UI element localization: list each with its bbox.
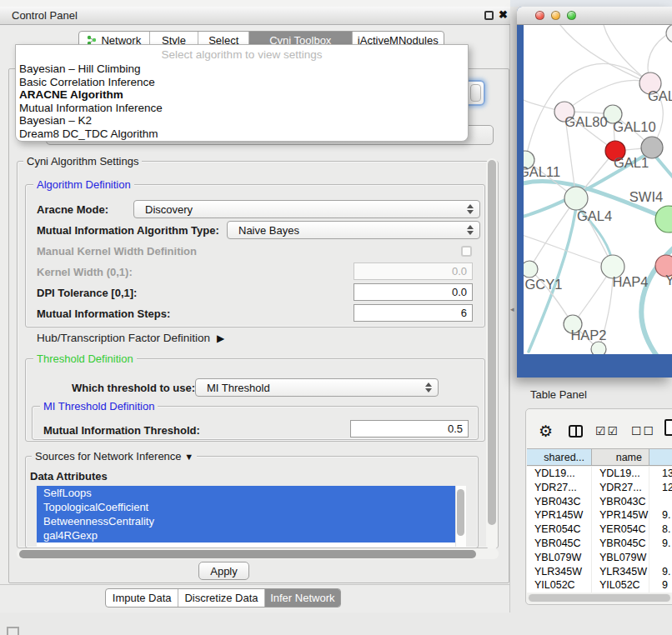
table-cell[interactable]: 9. [649,508,672,522]
data-attribute-item[interactable]: SelfLoops [37,486,455,500]
mi-algorithm-type-combobox[interactable]: Naive Bayes [227,221,480,239]
collapsed-panel-icon[interactable] [7,627,19,635]
table-row[interactable]: YIL052CYIL052C9 [527,578,672,592]
table-cell[interactable]: YER054C [527,522,592,537]
settings-vertical-scrollbar-thumb[interactable] [488,160,496,525]
combobox-arrow-button[interactable] [470,84,481,102]
table-row[interactable]: YPR145WYPR145W9. [527,508,672,522]
table-cell[interactable]: 9. [649,565,672,579]
algorithm-option[interactable]: Bayesian – Hill Climbing [16,62,468,76]
table-row[interactable]: YDL19...YDL19...13 [527,467,672,481]
algorithm-option[interactable]: Basic Correlation Inference [16,76,468,89]
tab-impute-data[interactable]: Impute Data [106,589,178,607]
close-window-button[interactable] [535,11,544,20]
algorithm-option[interactable]: Dream8 DC_TDC Algorithm [16,128,468,141]
table-cell[interactable]: YPR145W [592,508,649,522]
table-cell[interactable]: YDR27... [527,481,592,495]
aracne-mode-combobox[interactable]: Discovery [133,200,480,218]
sources-group-title[interactable]: Sources for Network Inference ▼ [32,451,197,462]
table-cell[interactable]: 9. [649,537,672,551]
table-row[interactable]: YBL079WYBL079W [527,551,672,565]
column-layout-icon[interactable] [569,425,583,438]
table-row[interactable]: YER054CYER054C8. [527,522,672,537]
table-cell[interactable]: YLR345W [592,565,649,579]
settings-horizontal-scrollbar-thumb[interactable] [19,550,476,558]
table-cell[interactable]: 12 [649,481,672,495]
network-canvas[interactable]: GALGAL80GAL10GAL1GAL11GAL4SWI4GCY1HAP4YH… [524,25,672,354]
table-cell[interactable]: 13 [649,467,672,481]
table-cell[interactable]: YPR145W [527,508,592,522]
tab-discretize-data[interactable]: Discretize Data [178,589,263,607]
table-cell[interactable]: YER054C [592,522,649,537]
network-window-titlebar[interactable] [517,7,672,25]
mi-steps-field[interactable]: 6 [354,304,473,322]
table-cell[interactable] [649,551,672,565]
table-settings-gear-icon[interactable]: ⚙ [539,422,553,441]
combobox-arrows-icon [467,204,474,214]
algorithm-option[interactable]: Mutual Information Inference [16,102,468,115]
algorithm-option[interactable]: Bayesian – K2 [16,114,468,128]
aracne-mode-label: Aracne Mode: [37,203,108,216]
apply-button[interactable]: Apply [198,562,249,580]
table-cell[interactable]: YIL052C [592,578,649,592]
table-cell[interactable] [649,495,672,509]
zoom-window-button[interactable] [567,11,576,20]
mi-threshold-field[interactable]: 0.5 [350,420,469,438]
network-node-SWI4[interactable] [655,206,672,232]
close-panel-icon[interactable]: ✖ [499,8,508,21]
collapse-arrow-icon: ▼ [184,452,193,462]
deselect-columns-icon[interactable]: ☐☐ [631,424,655,438]
network-edge[interactable] [560,25,650,83]
data-attribute-item[interactable]: TopologicalCoefficient [37,500,455,514]
table-cell[interactable]: YBR045C [592,537,649,551]
table-cell[interactable]: YDL19... [527,467,592,481]
new-table-file-icon[interactable] [664,419,672,436]
table-cell[interactable]: 9 [649,578,672,592]
tab-infer-network[interactable]: Infer Network [264,589,340,607]
algorithm-option[interactable]: ARACNE Algorithm [16,88,468,102]
table-cell[interactable]: YBL079W [592,551,649,565]
select-all-columns-icon[interactable]: ☑☑ [595,424,619,438]
attribute-list-scrollbar-thumb[interactable] [457,489,464,536]
column-header-name[interactable]: name [592,449,649,465]
table-cell[interactable]: YLR345W [527,565,592,579]
minimize-window-button[interactable] [551,11,560,20]
node-label: GAL4 [577,208,612,223]
column-header-shared-name[interactable]: shared... [527,449,592,465]
node-label: HAP4 [612,274,648,289]
table-cell[interactable]: YIL052C [527,578,592,592]
table-horizontal-scrollbar-thumb[interactable] [529,594,670,602]
table-cell[interactable]: YDL19... [592,467,649,481]
network-node-GAL4[interactable] [564,187,588,210]
data-attribute-item[interactable]: BetweennessCentrality [37,514,455,528]
data-attributes-list[interactable]: SelfLoopsTopologicalCoefficientBetweenne… [37,486,455,547]
column-header-partial[interactable] [649,449,672,465]
table-cell[interactable]: YBR043C [527,495,592,509]
tab-label: Infer Network [270,592,334,604]
table-row[interactable]: YDR27...YDR27...12 [527,481,672,495]
table-header-row: shared... name [527,448,672,466]
which-threshold-value: MI Threshold [207,382,270,394]
kernel-width-field[interactable]: 0.0 [354,262,473,280]
table-row[interactable]: YBR043CYBR043C [527,495,672,509]
network-edge[interactable] [529,198,576,269]
splitter-collapse-icon[interactable]: ◂ [510,305,514,313]
which-threshold-combobox[interactable]: MI Threshold [195,378,439,397]
manual-kernel-width-checkbox[interactable] [461,246,472,257]
network-node-GCY1[interactable] [524,261,538,278]
table-cell[interactable]: YDR27... [592,481,649,495]
dpi-tolerance-label: DPI Tolerance [0,1]: [37,287,137,299]
hub-definition-expander[interactable]: Hub/Transcription Factor Definition▶ [37,332,224,344]
table-row[interactable]: YBR045CYBR045C9. [527,537,672,551]
network-node-node[interactable] [591,342,606,354]
table-cell[interactable]: YBR045C [527,537,592,551]
tab-label: Impute Data [113,592,172,604]
data-attribute-item[interactable]: gal4RGexp [37,528,455,542]
table-cell[interactable]: YBL079W [527,551,592,565]
float-panel-icon[interactable] [484,11,494,20]
network-node-node[interactable] [666,25,672,42]
table-cell[interactable]: YBR043C [592,495,649,509]
dpi-tolerance-field[interactable]: 0.0 [354,283,473,301]
table-row[interactable]: YLR345WYLR345W9. [527,565,672,579]
table-cell[interactable]: 8. [649,522,672,537]
